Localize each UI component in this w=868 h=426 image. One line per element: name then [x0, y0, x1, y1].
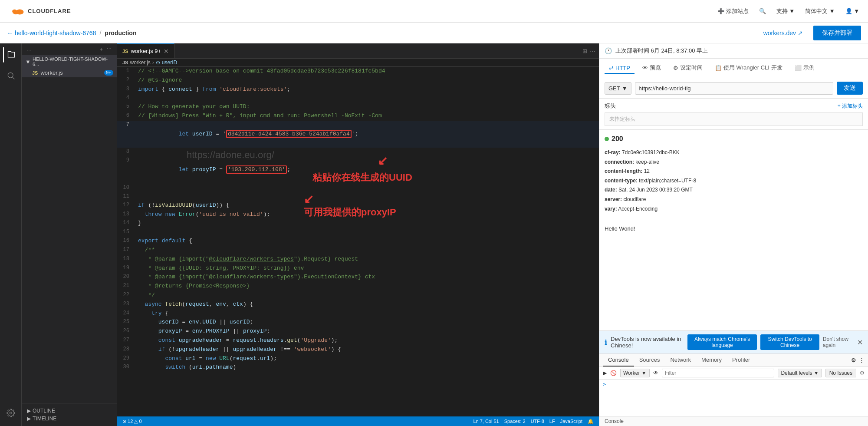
dt-tab-console[interactable]: Console — [603, 354, 634, 367]
code-line-2: 2 // @ts-ignore — [117, 76, 599, 85]
language-info[interactable]: JavaScript — [560, 419, 582, 424]
filter-input[interactable] — [662, 369, 775, 377]
breadcrumb-bar: ← hello-world-tight-shadow-6768 / produc… — [0, 23, 868, 43]
line-ending-info: LF — [549, 419, 555, 424]
info-icon: ℹ — [605, 338, 607, 347]
timeline-item[interactable]: ▶ TIMELINE — [27, 415, 112, 423]
new-folder-icon[interactable]: ⋯ — [107, 46, 112, 53]
js-file-icon: JS — [32, 70, 38, 76]
devtools-tabs: Console Sources Network Memory Profiler … — [599, 354, 868, 367]
worker-select[interactable]: Worker ▼ — [620, 369, 650, 377]
close-notification-icon[interactable]: ✕ — [857, 338, 863, 347]
sidebar-icon-files[interactable] — [3, 47, 19, 63]
code-line-23: 23 async fetch(request, env, ctx) { — [117, 300, 599, 309]
date-label: date: — [605, 187, 617, 193]
svg-point-4 — [8, 73, 13, 78]
date-value: Sat, 24 Jun 2023 00:39:20 GMT — [618, 187, 693, 193]
no-issues-button[interactable]: No Issues — [825, 369, 856, 377]
support-menu[interactable]: 支持 ▼ — [776, 7, 795, 15]
bell-icon[interactable]: 🔔 — [588, 419, 594, 424]
example-icon: ⬜ — [795, 65, 802, 71]
eye-icon[interactable]: 👁 — [653, 370, 658, 376]
cf-ray-label: cf-ray: — [605, 149, 621, 155]
new-file-icon[interactable]: ＋ — [99, 46, 104, 53]
search-icon[interactable]: 🔍 — [759, 8, 766, 14]
notification-text: DevTools is now available in Chinese! — [611, 336, 684, 349]
headers-section: 标头 + 添加标头 未指定标头 — [599, 99, 868, 130]
breadcrumb-current: production — [105, 30, 136, 36]
add-site-btn[interactable]: ➕ 添加站点 — [717, 7, 749, 15]
save-deploy-button[interactable]: 保存并部署 — [813, 26, 861, 40]
split-editor-icon[interactable]: ⊞ — [582, 48, 587, 54]
left-sidebar — [0, 43, 22, 426]
dt-tab-network[interactable]: Network — [665, 354, 696, 367]
code-line-5: 5 // How to generate your own UUID: — [117, 102, 599, 112]
cf-ray-value: 7dc0e9c103912dbc-BKK — [622, 149, 680, 155]
error-count[interactable]: ⊗ 12 △ 0 — [122, 419, 142, 424]
match-language-button[interactable]: Always match Chrome's language — [687, 334, 757, 350]
tab-bar-icons[interactable]: ⊞ ⋯ — [579, 48, 599, 54]
dt-tab-sources[interactable]: Sources — [634, 354, 665, 367]
settings-gear-icon[interactable]: ⚙ — [851, 357, 856, 363]
tab-http-label: HTTP — [615, 65, 630, 71]
clear-icon[interactable]: 🚫 — [610, 370, 617, 376]
language-menu[interactable]: 简体中文 ▼ — [805, 7, 835, 15]
encoding-info: UTF-8 — [531, 419, 544, 424]
code-line-6: 6 // [Windows] Press "Win + R", input cm… — [117, 112, 599, 121]
dt-tab-profiler[interactable]: Profiler — [727, 354, 755, 367]
more-options-icon[interactable]: ⋯ — [590, 48, 595, 54]
content-type-value: text/plain;charset=UTF-8 — [639, 178, 696, 184]
code-editor[interactable]: 1 // <!--GAMFC-->version base on commit … — [117, 67, 599, 372]
send-button[interactable]: 发送 — [837, 82, 863, 95]
user-menu[interactable]: 👤 ▼ — [845, 8, 859, 14]
workers-dev-link[interactable]: workers.dev ↗ — [763, 30, 803, 36]
devtools-more-icon[interactable]: ⋮ — [859, 357, 865, 363]
run-icon[interactable]: ▶ — [603, 370, 607, 376]
status-code: 200 — [612, 135, 623, 143]
url-input[interactable] — [635, 82, 833, 95]
server-value: cloudflare — [623, 196, 646, 202]
breadcrumb-js-icon: JS — [122, 60, 128, 65]
method-select[interactable]: GET ▼ — [605, 82, 631, 95]
tab-worker-js[interactable]: JS worker.js 9+ ✕ — [117, 43, 174, 58]
code-line-1: 1 // <!--GAMFC-->version base on commit … — [117, 67, 599, 76]
switch-devtools-button[interactable]: Switch DevTools to Chinese — [760, 334, 819, 350]
tab-preview[interactable]: 👁 预览 — [638, 62, 665, 74]
add-header-link[interactable]: + 添加标头 — [838, 102, 863, 110]
outline-section: ▶ OUTLINE ▶ TIMELINE — [22, 403, 117, 426]
svg-line-5 — [12, 77, 14, 79]
back-link[interactable]: ← hello-world-tight-shadow-6768 — [7, 30, 96, 36]
breadcrumb-file: worker.js — [130, 59, 150, 66]
logo-text: CLOUDFLARE — [28, 8, 71, 14]
chevron-right-icon: ▶ — [27, 416, 31, 422]
sidebar-icon-search[interactable] — [3, 68, 19, 83]
timeline-label: TIMELINE — [33, 416, 56, 422]
code-line-15: 15 — [117, 228, 599, 237]
outline-item[interactable]: ▶ OUTLINE — [27, 407, 112, 415]
code-line-28: 28 if (!upgradeHeader || upgradeHeader !… — [117, 345, 599, 354]
tree-file-worker-js[interactable]: JS worker.js 9+ — [22, 68, 117, 77]
dont-show-again[interactable]: Don't show again — [823, 336, 854, 348]
issues-gear-icon[interactable]: ⚙ — [860, 370, 865, 376]
sidebar-icon-settings[interactable] — [3, 405, 19, 421]
tab-example[interactable]: ⬜ 示例 — [790, 62, 819, 74]
tab-js-icon: JS — [122, 49, 128, 54]
console-prompt[interactable]: > — [603, 381, 606, 387]
explorer-header-icons[interactable]: ＋ ⋯ — [99, 46, 112, 53]
tab-settime[interactable]: ⚙ 设定时间 — [669, 62, 707, 74]
devtools-settings-icons[interactable]: ⚙ ⋮ — [851, 357, 865, 363]
explorer-header: ... ＋ ⋯ — [22, 43, 117, 55]
breadcrumb-symbol-icon: ⊙ — [156, 59, 160, 66]
status-bar: ⊗ 12 △ 0 Ln 7, Col 51 Spaces: 2 UTF-8 LF… — [117, 416, 599, 426]
right-panel: 🕐 上次部署时间 6月 24日, 8:37:00 早上 ⇄ HTTP 👁 预览 … — [599, 43, 868, 426]
tab-label: worker.js 9+ — [131, 48, 161, 54]
levels-select[interactable]: Default levels ▼ — [778, 369, 822, 377]
tree-folder-hello-world[interactable]: ▼ HELLO-WORLD-TIGHT-SHADOW-6... — [22, 55, 117, 68]
tab-http[interactable]: ⇄ HTTP — [605, 63, 635, 74]
console-bottom-bar: Console — [599, 416, 868, 426]
tab-close-icon[interactable]: ✕ — [164, 48, 169, 55]
tab-wrangler[interactable]: 📋 使用 Wrangler CLI 开发 — [710, 62, 787, 74]
code-line-16: 16 export default { — [117, 237, 599, 246]
status-200: 200 — [605, 135, 863, 143]
dt-tab-memory[interactable]: Memory — [696, 354, 727, 367]
